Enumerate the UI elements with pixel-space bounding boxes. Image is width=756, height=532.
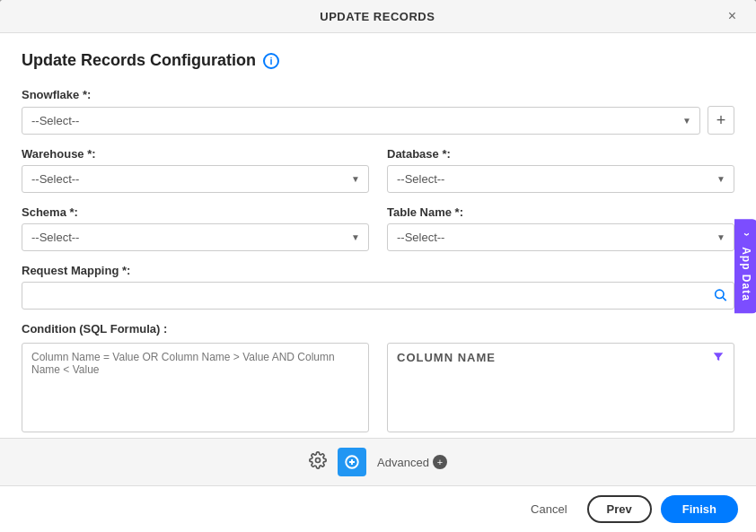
prev-button[interactable]: Prev bbox=[587, 495, 652, 523]
condition-label: Condition (SQL Formula) : bbox=[22, 322, 734, 336]
schema-group: Schema *: --Select-- ▼ bbox=[22, 205, 369, 251]
warehouse-label: Warehouse *: bbox=[22, 147, 369, 161]
advanced-plus-button[interactable]: + bbox=[433, 455, 447, 469]
tablename-label: Table Name *: bbox=[387, 205, 734, 219]
schema-select[interactable]: --Select-- bbox=[22, 223, 369, 251]
column-name-header: COLUMN NAME bbox=[397, 351, 496, 364]
info-icon[interactable]: i bbox=[263, 53, 279, 69]
condition-textarea[interactable] bbox=[22, 343, 369, 432]
modal-container: UPDATE RECORDS × Update Records Configur… bbox=[0, 0, 756, 532]
warehouse-database-row: Warehouse *: --Select-- ▼ Database *: --… bbox=[22, 147, 734, 193]
schema-label: Schema *: bbox=[22, 205, 369, 219]
gear-button[interactable] bbox=[309, 451, 327, 474]
schema-tablename-row: Schema *: --Select-- ▼ Table Name *: --S… bbox=[22, 205, 734, 251]
request-mapping-label: Request Mapping *: bbox=[22, 264, 734, 277]
close-button[interactable]: × bbox=[723, 7, 742, 25]
cancel-button[interactable]: Cancel bbox=[520, 497, 577, 521]
chevron-left-icon: ‹ bbox=[740, 231, 752, 236]
database-label: Database *: bbox=[387, 147, 734, 161]
snowflake-select[interactable]: --Select-- bbox=[22, 107, 700, 135]
app-data-tab[interactable]: ‹ App Data bbox=[734, 219, 756, 314]
modal-action-footer: Cancel Prev Finish bbox=[0, 485, 756, 532]
column-name-box: COLUMN NAME bbox=[387, 343, 734, 432]
section-title-row: Update Records Configuration i bbox=[22, 51, 734, 70]
modal-footer-bar: Advanced + bbox=[0, 438, 756, 485]
modal-body: Update Records Configuration i Snowflake… bbox=[0, 33, 756, 438]
section-title-text: Update Records Configuration bbox=[22, 51, 256, 70]
condition-row: COLUMN NAME bbox=[22, 343, 734, 436]
side-tab-label: App Data bbox=[740, 247, 752, 301]
filter-icon[interactable] bbox=[712, 351, 725, 366]
request-mapping-group: Request Mapping *: bbox=[22, 264, 734, 310]
side-tab-container: ‹ App Data bbox=[734, 219, 756, 314]
warehouse-select[interactable]: --Select-- bbox=[22, 165, 369, 193]
database-group: Database *: --Select-- ▼ bbox=[387, 147, 734, 193]
modal-title: UPDATE RECORDS bbox=[32, 10, 723, 23]
advanced-text: Advanced bbox=[377, 456, 429, 469]
tablename-select[interactable]: --Select-- bbox=[387, 223, 734, 251]
modal-header: UPDATE RECORDS × bbox=[0, 0, 756, 33]
svg-point-0 bbox=[716, 290, 724, 298]
condition-section: Condition (SQL Formula) : COLUMN NAME bbox=[22, 322, 734, 436]
database-select[interactable]: --Select-- bbox=[387, 165, 734, 193]
warehouse-group: Warehouse *: --Select-- ▼ bbox=[22, 147, 369, 193]
svg-point-2 bbox=[316, 458, 321, 462]
condition-textarea-wrapper bbox=[22, 343, 369, 436]
svg-line-1 bbox=[723, 297, 726, 301]
connector-button[interactable] bbox=[338, 448, 366, 476]
request-mapping-search-button[interactable] bbox=[713, 287, 727, 304]
tablename-group: Table Name *: --Select-- ▼ bbox=[387, 205, 734, 251]
advanced-label: Advanced + bbox=[377, 455, 447, 469]
snowflake-label: Snowflake *: bbox=[22, 88, 734, 101]
snowflake-row: Snowflake *: --Select-- ▼ + bbox=[22, 88, 734, 135]
finish-button[interactable]: Finish bbox=[661, 495, 738, 523]
snowflake-add-button[interactable]: + bbox=[708, 106, 734, 135]
request-mapping-input[interactable] bbox=[22, 282, 734, 310]
